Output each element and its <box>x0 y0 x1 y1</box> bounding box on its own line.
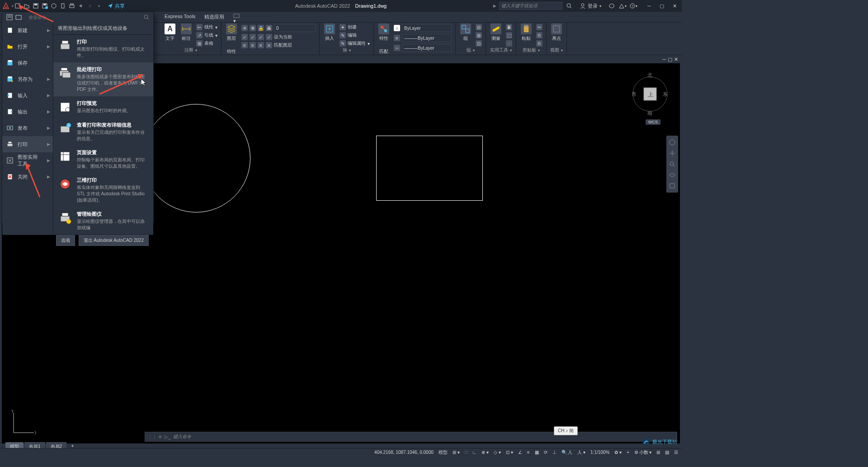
print-submenu-item-5[interactable]: 三维打印将实体对象和无间隙网络发送到 STL 文件或 Autodesk Prin… <box>53 173 153 207</box>
nav-showmenu-icon[interactable] <box>667 181 677 191</box>
login-button[interactable]: 登录 ▾ <box>580 3 601 9</box>
match-layer-button[interactable]: ≡≡≡≡匹配图层 <box>241 42 316 49</box>
qat-open-icon[interactable] <box>23 2 31 10</box>
qat-redo-icon[interactable] <box>86 2 94 10</box>
share-button[interactable]: 共享 <box>108 3 125 9</box>
panel-utils-label[interactable]: 实用工具 <box>489 47 513 54</box>
print-submenu-item-3[interactable]: i查看打印和发布详细信息显示有关已完成的打印和发布作业的信息。 <box>53 118 153 146</box>
app-menu-item-5[interactable]: 输出▶ <box>2 104 53 120</box>
a360-icon[interactable]: ▾ <box>618 2 627 10</box>
decimal-toggle[interactable]: ⚙ 小数 ▾ <box>632 449 653 456</box>
qat-undo-icon[interactable] <box>77 2 85 10</box>
measure-button[interactable]: 测量 <box>489 24 503 42</box>
search-icon[interactable] <box>565 2 573 10</box>
nav-orbit-icon[interactable] <box>667 170 677 180</box>
polar-icon[interactable]: ⊕ ▾ <box>480 450 491 455</box>
tab-express-tools[interactable]: Express Tools <box>160 12 200 22</box>
panel-block-label[interactable]: 块 <box>322 47 371 54</box>
set-current-button[interactable]: ✓✓✓✓设为当前 <box>241 33 316 41</box>
lineweight-combo[interactable]: ≡——— ByLayer <box>393 33 453 42</box>
annoscale-icon[interactable]: 🔍 人 <box>560 449 575 456</box>
app-menu-item-2[interactable]: 保存 <box>2 55 53 71</box>
edit-attr-button[interactable]: ✎编辑属性 ▾ <box>339 40 371 47</box>
snap-icon[interactable]: ∷ <box>463 450 469 455</box>
nav-pan-icon[interactable] <box>667 148 677 158</box>
autocad-logo[interactable] <box>2 2 10 10</box>
app-menu-item-1[interactable]: 打开▶ <box>2 38 53 55</box>
qat-phone-icon[interactable] <box>59 2 67 10</box>
group-bbox-icon[interactable]: ⊡ <box>475 40 483 47</box>
autodesk-app-icon[interactable] <box>608 2 616 10</box>
panel-clipboard-label[interactable]: 剪贴板 <box>519 47 543 54</box>
layer-visibility-buttons[interactable]: ☀❄🔒🖶0 <box>241 24 316 33</box>
copy-icon[interactable]: ⎘ <box>535 32 543 39</box>
print-submenu-item-0[interactable]: 打印将图形打印到绘图仪、打印机或文件。 <box>53 35 153 62</box>
lineweight-icon[interactable]: ≡ <box>525 450 532 455</box>
layer-props-button[interactable]: 图层特性 <box>224 24 239 55</box>
otrack-icon[interactable]: ∠ <box>516 450 524 455</box>
qat-new-icon[interactable] <box>14 2 22 10</box>
print-submenu-item-6[interactable]: 管理绘图仪显示绘图仪管理器，在其中可以添加或编 <box>53 207 153 235</box>
workspace-icon[interactable]: ⊞ <box>655 450 662 455</box>
table-button[interactable]: ⊞表格 <box>195 40 218 47</box>
app-menu-item-9[interactable]: 关闭▶ <box>2 169 53 185</box>
qat-plot-icon[interactable] <box>68 2 76 10</box>
transparency-icon[interactable]: ▦ <box>533 450 541 455</box>
quickprops-icon[interactable]: ▤ <box>663 450 671 455</box>
customize-icon[interactable]: ☰ <box>672 450 680 455</box>
scale-readout[interactable]: 1:1/100% <box>589 450 611 455</box>
edit-block-button[interactable]: ✎编辑 <box>339 32 371 39</box>
cut-icon[interactable]: ✂ <box>535 24 543 31</box>
command-line[interactable]: ⋮⋮ ✕ ▷_ 键入命令 <box>145 432 677 442</box>
viewcube[interactable]: 上 北 东 南 西 WCS <box>632 71 668 108</box>
ungroup-icon[interactable]: ⊟ <box>475 24 483 31</box>
cmdbar-handle-icon[interactable]: ⋮⋮ ✕ <box>148 434 162 439</box>
panel-annotation-label[interactable]: 注释 <box>163 47 218 54</box>
help-icon[interactable]: ?▾ <box>629 2 637 10</box>
color-combo[interactable]: ■ByLayer <box>393 24 453 33</box>
dimension-button[interactable]: 标注 <box>179 24 193 42</box>
qat-saveas-icon[interactable] <box>41 2 49 10</box>
group-button[interactable]: 组 <box>458 24 473 42</box>
app-menu-item-4[interactable]: 输入▶ <box>2 87 53 104</box>
wcs-label[interactable]: WCS <box>646 119 660 125</box>
print-submenu-item-4[interactable]: 页面设置控制每个新布局的页面布局、打印设备、图纸尺寸以及其他设置。 <box>53 146 153 173</box>
maximize-button[interactable]: ▢ <box>656 2 667 10</box>
app-menu-item-3[interactable]: 另存为▶ <box>2 71 53 87</box>
group-edit-icon[interactable]: ⊞ <box>475 32 483 39</box>
minimize-button[interactable]: ─ <box>644 2 655 10</box>
leader-button[interactable]: ↗引线 ▾ <box>195 32 218 39</box>
app-menu-item-7[interactable]: 打印▶ <box>2 136 53 152</box>
point-icon[interactable]: · <box>505 40 513 47</box>
create-block-button[interactable]: ✦创建 <box>339 24 371 31</box>
gear-icon[interactable]: ✿ ▾ <box>613 450 623 455</box>
print-submenu-item-1[interactable]: 批处理打印将多张图纸或多个图形发布到绘图仪或打印机，或者发布为 DWF 或 PD… <box>53 62 153 96</box>
drawing-close-icon[interactable]: ✕ <box>674 57 678 62</box>
drawing-maximize-icon[interactable]: ▢ <box>668 57 672 62</box>
linetype-combo[interactable]: ─——— ByLayer <box>393 43 453 52</box>
app-menu-search-icon[interactable] <box>143 14 150 20</box>
search-input[interactable]: 键入关键字或短语 <box>499 2 562 10</box>
app-menu-search-input[interactable] <box>28 15 143 20</box>
options-button[interactable]: 选项 <box>56 235 75 246</box>
linear-button[interactable]: ⊢线性 ▾ <box>195 24 218 31</box>
nav-full-icon[interactable] <box>667 137 677 147</box>
calc-icon[interactable]: 🖩 <box>505 24 513 31</box>
qat-web-icon[interactable] <box>50 2 58 10</box>
dyn-ucs-icon[interactable]: ⊥ <box>551 450 558 455</box>
grid-icon[interactable]: ⊞ ▾ <box>451 450 462 455</box>
tab-featured-apps[interactable]: 精选应用 <box>200 12 229 22</box>
layer-combo[interactable]: 0 <box>274 24 316 32</box>
panel-group-label[interactable]: 组 <box>458 47 483 54</box>
app-menu-item-0[interactable]: 新建▶ <box>2 22 53 38</box>
nav-zoom-icon[interactable] <box>667 159 677 169</box>
base-button[interactable]: 基点 <box>549 24 564 42</box>
osnap-icon[interactable]: ⊡ ▾ <box>504 450 515 455</box>
recent-docs-icon[interactable] <box>6 14 13 21</box>
panel-base-label[interactable]: 视图 <box>549 47 564 54</box>
drawing-minimize-icon[interactable]: ─ <box>662 57 666 62</box>
qat-save-icon[interactable] <box>32 2 40 10</box>
paste-button[interactable]: 粘贴 <box>519 24 533 42</box>
app-menu-item-6[interactable]: 发布▶ <box>2 120 53 136</box>
space-toggle[interactable]: 模型 <box>437 449 449 456</box>
